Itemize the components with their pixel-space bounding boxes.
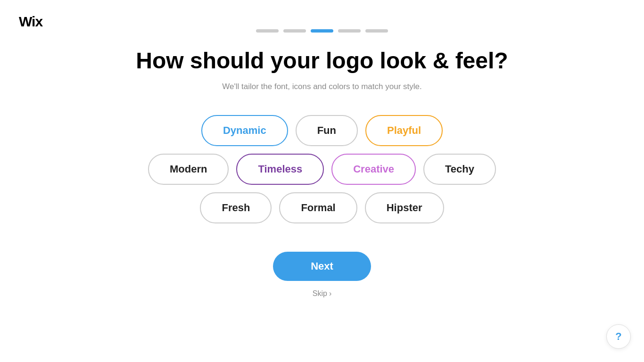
progress-step-2: [283, 29, 306, 33]
style-techy[interactable]: Techy: [423, 154, 496, 185]
progress-step-4: [338, 29, 361, 33]
style-creative[interactable]: Creative: [331, 154, 416, 185]
styles-row-2: Modern Timeless Creative Techy: [148, 154, 496, 185]
help-icon: ?: [615, 330, 621, 343]
svg-text:Wix: Wix: [19, 14, 43, 28]
progress-step-1: [256, 29, 279, 33]
style-formal[interactable]: Formal: [279, 192, 357, 223]
progress-bar: [256, 29, 388, 33]
skip-label: Skip: [313, 289, 327, 298]
wix-logo: Wix: [19, 13, 52, 32]
styles-container: Dynamic Fun Playful Modern Timeless Crea…: [148, 115, 496, 223]
page-subtitle: We'll tailor the font, icons and colors …: [222, 82, 421, 91]
main-content: How should your logo look & feel? We'll …: [133, 47, 511, 298]
chevron-right-icon: ›: [329, 289, 331, 298]
styles-row-3: Fresh Formal Hipster: [200, 192, 444, 223]
style-hipster[interactable]: Hipster: [365, 192, 444, 223]
style-fun[interactable]: Fun: [296, 115, 358, 146]
style-dynamic[interactable]: Dynamic: [201, 115, 288, 146]
style-timeless[interactable]: Timeless: [236, 154, 324, 185]
progress-step-5: [365, 29, 388, 33]
skip-link[interactable]: Skip ›: [313, 289, 331, 298]
page-title: How should your logo look & feel?: [136, 47, 508, 74]
help-button[interactable]: ?: [606, 324, 631, 349]
style-modern[interactable]: Modern: [148, 154, 229, 185]
style-playful[interactable]: Playful: [365, 115, 443, 146]
style-fresh[interactable]: Fresh: [200, 192, 272, 223]
styles-row-1: Dynamic Fun Playful: [201, 115, 443, 146]
progress-step-3: [311, 29, 333, 33]
next-button[interactable]: Next: [273, 252, 371, 281]
